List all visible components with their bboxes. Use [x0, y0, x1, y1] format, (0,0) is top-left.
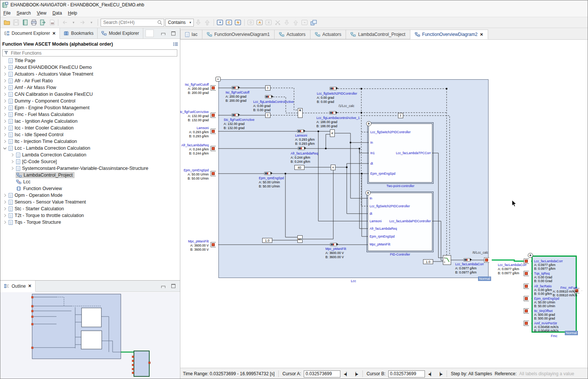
search-input[interactable]: [102, 19, 157, 25]
new-window-icon[interactable]: [309, 18, 318, 27]
cut-connection-icon[interactable]: [273, 18, 282, 27]
tree-item[interactable]: Epm - Engine Position Management: [0, 104, 180, 111]
chevron-right-icon[interactable]: [3, 99, 7, 103]
model-x-icon[interactable]: X: [264, 18, 273, 27]
close-icon[interactable]: ✕: [52, 31, 56, 36]
forward-history-dropdown-icon[interactable]: ▾: [87, 18, 96, 27]
chevron-right-icon[interactable]: [3, 65, 7, 69]
pdf-icon[interactable]: [48, 18, 56, 27]
next-result-icon[interactable]: [194, 18, 203, 27]
tab-functionoverviewdiagram2[interactable]: FunctionOverviewDiagram2✕: [410, 30, 488, 39]
menu-file[interactable]: File: [0, 10, 13, 16]
tab-outline[interactable]: Outline ✕: [0, 281, 36, 292]
tree-item[interactable]: Lambda Correction Calculation: [0, 152, 180, 158]
tab-actuators-1[interactable]: Actuators: [275, 30, 310, 39]
chevron-right-icon[interactable]: [3, 220, 7, 224]
chevron-right-icon[interactable]: [3, 214, 7, 217]
tree-item[interactable]: About EHANDBOOK FlexECU Demo: [0, 64, 180, 71]
chevron-right-icon[interactable]: [10, 166, 14, 170]
collapse-icon[interactable]: −: [215, 77, 221, 82]
measure-tap[interactable]: [265, 95, 272, 98]
tree-item[interactable]: Iac - Ignition Angle Calculation: [0, 118, 180, 125]
filter-input[interactable]: [10, 50, 175, 56]
tree-item-lcc[interactable]: Lcc - Lambda Correction Calculation: [0, 145, 180, 152]
cursor-a-step-forward-icon[interactable]: ▕▶: [352, 372, 358, 376]
tab-document-explorer[interactable]: Document Explorer ✕: [0, 28, 60, 39]
measure-tap[interactable]: [330, 87, 337, 90]
tree-item[interactable]: Amf - Air Mass Flow: [0, 84, 180, 91]
open-folder-icon[interactable]: [3, 18, 11, 27]
print-icon[interactable]: [30, 18, 38, 27]
measure-tap[interactable]: [329, 111, 337, 114]
minimize-panel-icon[interactable]: [161, 33, 165, 35]
search-mode-dropdown[interactable]: Contains▾: [165, 19, 194, 27]
not-operator[interactable]: !: [398, 113, 403, 118]
constant-value[interactable]: 1.0: [423, 259, 433, 264]
tab-close-icon[interactable]: ✕: [480, 32, 483, 37]
tree-item-lambdacontrol-project[interactable]: LambdaControl_Project: [0, 172, 180, 178]
cursor-b-step-forward-icon[interactable]: ▕▶: [437, 372, 443, 376]
chevron-down-icon[interactable]: [3, 146, 7, 150]
tree-item[interactable]: Afr - Air Fuel Ratio: [0, 77, 180, 84]
mux-operator[interactable]: MX: [297, 235, 303, 243]
tab-iac[interactable]: Iac: [180, 30, 202, 39]
expand-icon[interactable]: +: [528, 253, 533, 258]
outline-minimap[interactable]: [0, 292, 180, 379]
tree-item[interactable]: CAN Calibration in Gasoline FlexECU: [0, 91, 180, 98]
back-history-dropdown-icon[interactable]: ▾: [69, 18, 78, 27]
measure-tap[interactable]: [232, 86, 239, 89]
tree-item[interactable]: Sensors - Sensor Value Treatment: [0, 199, 180, 205]
and-operator[interactable]: &: [298, 108, 303, 118]
measure-tap[interactable]: [232, 113, 239, 117]
tree-item[interactable]: Fmc - Fuel Mass Calculation: [0, 111, 180, 118]
view-menu-icon[interactable]: [173, 42, 178, 46]
cursor-b-input[interactable]: [388, 370, 425, 378]
chevron-right-icon[interactable]: [3, 92, 7, 96]
constant-value[interactable]: 40: [294, 165, 304, 170]
tab-lambdacontrol-project[interactable]: LambdaControl_Project: [346, 30, 410, 39]
tree-item[interactable]: Isc - Idle Speed Control: [0, 131, 180, 138]
handbook-icon[interactable]: [21, 18, 29, 27]
tab-bookmarks[interactable]: Bookmarks: [60, 28, 98, 39]
constant-value[interactable]: 1.0: [262, 238, 272, 243]
chevron-right-icon[interactable]: [3, 86, 7, 89]
step-into-icon[interactable]: [282, 18, 291, 27]
not-operator[interactable]: !: [265, 85, 270, 91]
menu-data[interactable]: Data: [49, 10, 65, 16]
measure-tap[interactable]: [298, 147, 305, 150]
chevron-right-icon[interactable]: [3, 193, 7, 197]
close-icon[interactable]: ✕: [28, 284, 31, 288]
measure-tap[interactable]: [463, 258, 471, 262]
tree-item[interactable]: Systemconstant-Parameter-Variable-Classi…: [0, 165, 180, 172]
tree-item[interactable]: Title Page: [0, 57, 180, 64]
measure-tap[interactable]: [330, 243, 337, 246]
previous-result-icon[interactable]: [203, 18, 212, 27]
save-icon[interactable]: [12, 18, 20, 27]
chevron-right-icon[interactable]: [3, 79, 7, 83]
chevron-right-icon[interactable]: [3, 126, 7, 130]
tree-item[interactable]: Actuators - Actuators Value Treatment: [0, 71, 180, 77]
menu-view[interactable]: View: [34, 10, 49, 16]
step-out-icon[interactable]: [291, 18, 300, 27]
tree-item-function-overview[interactable]: Function Overview: [0, 185, 180, 192]
insert-model-icon[interactable]: +: [216, 18, 224, 27]
minimize-panel-icon[interactable]: [161, 286, 165, 288]
maximize-panel-icon[interactable]: [171, 31, 175, 36]
forward-icon[interactable]: [78, 18, 87, 27]
tree-item[interactable]: T2t - Torque to throttle calculation: [0, 212, 180, 219]
cursor-a-step-back-icon[interactable]: ◀▏: [343, 372, 349, 376]
expand-icon[interactable]: +: [365, 190, 371, 195]
measure-tap[interactable]: [264, 172, 272, 175]
chevron-right-icon[interactable]: [3, 119, 7, 123]
diagram-canvas[interactable]: − Lcc Normal Isc_flgFuelCutoffA: 200.00 …: [180, 40, 588, 368]
export-book-icon[interactable]: [39, 18, 47, 27]
chevron-right-icon[interactable]: [3, 106, 7, 110]
expand-icon[interactable]: +: [366, 121, 371, 126]
tab-functionoverviewdiagram1[interactable]: FunctionOverviewDiagram1: [202, 30, 275, 39]
cursor-a-input[interactable]: [304, 370, 340, 378]
model-d-icon[interactable]: D: [246, 18, 255, 27]
cursor-b-step-back-icon[interactable]: ◀▏: [428, 372, 434, 376]
tree-item[interactable]: Itc - Injection Time Calculation: [0, 138, 180, 145]
measure-tap[interactable]: [297, 129, 304, 133]
tree-item[interactable]: [C-Code Source]: [0, 158, 180, 165]
